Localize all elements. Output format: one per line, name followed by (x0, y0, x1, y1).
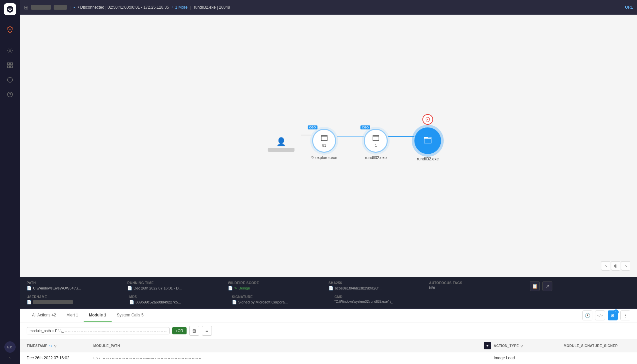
filter-chip[interactable]: module_path = E:\ \_ -- -- - -- -- -- --… (27, 327, 170, 334)
process-graph-area: 👤 CGO 🗔 81 ↻ explorer.exe (20, 15, 637, 277)
add-or-button[interactable]: +OR (172, 327, 187, 334)
user-node[interactable]: 👤 (268, 137, 295, 151)
svg-rect-6 (7, 66, 9, 68)
header-timestamp: TIMESTAMP ↑↓ ▽ (27, 344, 93, 348)
expand-br[interactable]: ⤡ (621, 261, 630, 271)
header-module-path-filter (484, 342, 494, 349)
column-filter-button[interactable]: ≡ (202, 326, 212, 336)
wildfire-value: 📄 ✎ Benign (228, 286, 324, 290)
table-row: Dec 26th 2022 07:16:02 E:\ \_ -- -- - --… (20, 352, 637, 364)
cell-action-type: Image Load (494, 356, 554, 360)
cmd-field: CMD "C:\Windows\system32\rundll32.exe" \… (334, 295, 630, 304)
sha256-file-icon: 📄 (328, 286, 333, 290)
cgo-badge-rundll1: CGO (360, 125, 370, 129)
path-value: 📄 C:\Windows\SysWOW64\ru... (27, 286, 123, 290)
topbar-blur-1 (31, 5, 51, 10)
path-label: PATH (27, 281, 123, 285)
bottom-panel: All Actions 42 Alert 1 Module 1 System C… (20, 309, 637, 364)
wildfire-edit-icon: ✎ (234, 286, 237, 290)
running-time-field: RUNNING TIME 📄 Dec 26th 2022 07:16:01 - … (127, 281, 224, 291)
action-type-filter-icon[interactable]: ▽ (520, 344, 523, 348)
tab-module[interactable]: Module 1 (84, 309, 112, 322)
process-graph: 👤 CGO 🗔 81 ↻ explorer.exe (268, 127, 441, 161)
tab-alert[interactable]: Alert 1 (61, 309, 84, 322)
svg-point-1 (9, 9, 10, 10)
copy-button[interactable]: 📋 (530, 281, 540, 291)
code-action-btn[interactable]: </> (595, 310, 605, 320)
sidebar-item-shield[interactable] (4, 23, 16, 35)
topbar-process: rundll32.exe | 26848 (194, 5, 230, 10)
sha256-field: SHA256 📄 6cbe0e1f046b13b29bfa26f... (328, 281, 425, 291)
info-bar-row1: PATH 📄 C:\Windows\SysWOW64\ru... RUNNING… (20, 277, 637, 295)
rundll1-circle[interactable]: 🗔 1 (364, 128, 388, 152)
tab-all-actions[interactable]: All Actions 42 (27, 309, 61, 322)
table-header: TIMESTAMP ↑↓ ▽ MODULE_PATH ACTION_TYPE ▽ (20, 339, 637, 352)
expand-tl[interactable]: ⤡ (601, 261, 610, 271)
wildfire-field: WILDFIRE SCORE 📄 ✎ Benign (228, 281, 324, 291)
connector-1 (337, 136, 364, 136)
clock-action-btn[interactable]: 🕐 (582, 310, 592, 320)
filter-action-btn[interactable]: ⊕ 1 (608, 310, 618, 320)
sidebar-expand-chevron[interactable]: › (9, 355, 11, 361)
sidebar-item-settings[interactable] (4, 45, 16, 57)
signature-label: SIGNATURE (232, 295, 330, 299)
autofocus-label: AUTOFOCUS TAGS (429, 281, 526, 285)
tab-system-calls[interactable]: System Calls 5 (112, 309, 149, 322)
delete-filter-button[interactable]: 🗑 (189, 326, 199, 336)
cmd-label: CMD (334, 295, 630, 299)
cell-module-path: E:\ \_ -- -- - -- -- -- -- -- -- -- -- -… (93, 356, 484, 360)
sidebar-item-help[interactable] (4, 89, 16, 100)
topbar-pipe: | (190, 5, 191, 10)
path-field: PATH 📄 C:\Windows\SysWOW64\ru... (27, 281, 123, 291)
svg-point-2 (9, 29, 10, 30)
connector-2 (388, 136, 414, 136)
topbar-separator: | (70, 5, 71, 10)
wildfire-file-icon: 📄 (228, 286, 233, 290)
rundll1-file-icon: 🗔 (372, 134, 379, 142)
topbar-more-link[interactable]: + 1 More (172, 5, 188, 10)
zoom-controls: ⤡ ⊕ ⤡ (601, 261, 630, 271)
rundll2-circle[interactable]: 🗔 (414, 127, 441, 154)
sidebar-logo[interactable] (4, 3, 16, 15)
cgo-badge-explorer: CGO (308, 125, 318, 129)
path-file-icon: 📄 (27, 286, 32, 290)
cmd-value: "C:\Windows\system32\rundll32.exe" \_ --… (334, 300, 518, 303)
explorer-count: 81 (322, 143, 326, 147)
filter-badge: 1 (613, 309, 619, 315)
timestamp-filter-icon[interactable]: ▽ (54, 344, 57, 348)
svg-point-13 (427, 119, 428, 120)
filter-row: module_path = E:\ \_ -- -- - -- -- -- --… (20, 322, 637, 339)
autofocus-value: N/A (429, 286, 526, 290)
url-button[interactable]: URL (625, 5, 633, 10)
open-external-button[interactable]: ↗ (542, 281, 552, 291)
md5-field: MD5 📄 889b99c52a60dd49227c5... (129, 295, 228, 304)
rundll2-node[interactable]: 🗔 rundll32.exe (414, 127, 441, 161)
rundll2-file-icon: 🗔 (423, 135, 432, 146)
signature-value: 📄 Signed by Microsoft Corpora... (232, 300, 330, 304)
svg-rect-7 (10, 66, 12, 68)
more-action-btn[interactable]: ⋮ (620, 310, 630, 320)
rundll1-label: rundll32.exe (365, 155, 387, 160)
topbar-status-dot: ● (73, 6, 75, 9)
crosshair-btn[interactable]: ⊕ (611, 261, 620, 271)
tabs-row: All Actions 42 Alert 1 Module 1 System C… (20, 309, 637, 322)
md5-label: MD5 (129, 295, 228, 299)
running-time-value: 📄 Dec 26th 2022 07:16:01 - D... (127, 286, 224, 290)
sidebar: EB › (0, 0, 20, 364)
header-action-type: ACTION_TYPE ▽ (494, 344, 554, 348)
svg-rect-4 (7, 63, 9, 65)
module-path-filter-btn[interactable] (484, 342, 491, 349)
username-field: USERNAME 📄 (27, 295, 125, 304)
username-value: 📄 (27, 300, 125, 304)
signature-file-icon: 📄 (232, 300, 237, 304)
timestamp-sort-icon[interactable]: ↑↓ (49, 344, 53, 348)
sidebar-item-grid[interactable] (4, 59, 16, 71)
explorer-circle[interactable]: 🗔 81 (312, 128, 336, 152)
security-badge (422, 114, 433, 124)
explorer-node[interactable]: CGO 🗔 81 ↻ explorer.exe (311, 128, 337, 160)
cell-timestamp: Dec 26th 2022 07:16:02 (27, 356, 93, 360)
user-avatar[interactable]: EB (4, 341, 16, 353)
sidebar-item-alert[interactable] (4, 74, 16, 86)
rundll1-node[interactable]: CGO 🗔 1 rundll32.exe (364, 128, 388, 160)
md5-value: 📄 889b99c52a60dd49227c5... (129, 300, 228, 304)
